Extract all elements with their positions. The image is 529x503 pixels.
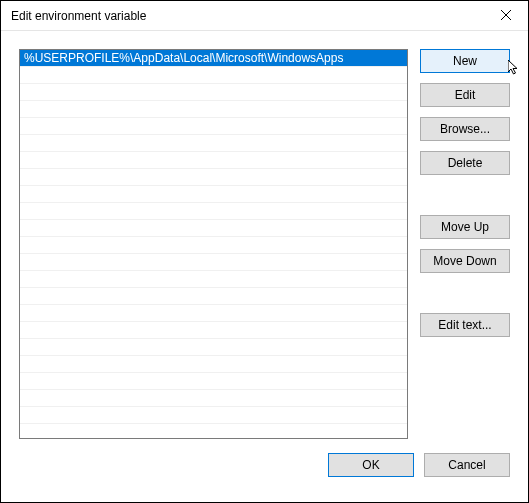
list-item	[20, 356, 407, 373]
path-listbox[interactable]: %USERPROFILE%\AppData\Local\Microsoft\Wi…	[19, 49, 408, 439]
new-button[interactable]: New	[420, 49, 510, 73]
list-item	[20, 152, 407, 169]
list-item	[20, 67, 407, 84]
window-title: Edit environment variable	[11, 9, 146, 23]
list-item	[20, 339, 407, 356]
list-item	[20, 84, 407, 101]
list-item	[20, 186, 407, 203]
list-item	[20, 203, 407, 220]
edit-button[interactable]: Edit	[420, 83, 510, 107]
browse-button[interactable]: Browse...	[420, 117, 510, 141]
list-item	[20, 101, 407, 118]
side-button-panel: New Edit Browse... Delete Move Up Move D…	[420, 49, 510, 439]
list-item	[20, 220, 407, 237]
dialog-footer: OK Cancel	[1, 439, 528, 477]
list-item	[20, 135, 407, 152]
list-item	[20, 390, 407, 407]
list-item	[20, 271, 407, 288]
close-icon	[501, 8, 511, 23]
move-down-button[interactable]: Move Down	[420, 249, 510, 273]
list-item	[20, 407, 407, 424]
cancel-button[interactable]: Cancel	[424, 453, 510, 477]
delete-button[interactable]: Delete	[420, 151, 510, 175]
edit-text-button[interactable]: Edit text...	[420, 313, 510, 337]
list-item	[20, 254, 407, 271]
content-area: %USERPROFILE%\AppData\Local\Microsoft\Wi…	[1, 31, 528, 439]
titlebar: Edit environment variable	[1, 1, 528, 31]
move-up-button[interactable]: Move Up	[420, 215, 510, 239]
close-button[interactable]	[483, 1, 528, 30]
list-item	[20, 373, 407, 390]
list-item	[20, 288, 407, 305]
ok-button[interactable]: OK	[328, 453, 414, 477]
list-item	[20, 169, 407, 186]
list-item	[20, 237, 407, 254]
list-item	[20, 305, 407, 322]
list-item	[20, 322, 407, 339]
list-item[interactable]: %USERPROFILE%\AppData\Local\Microsoft\Wi…	[20, 50, 407, 67]
list-item	[20, 118, 407, 135]
